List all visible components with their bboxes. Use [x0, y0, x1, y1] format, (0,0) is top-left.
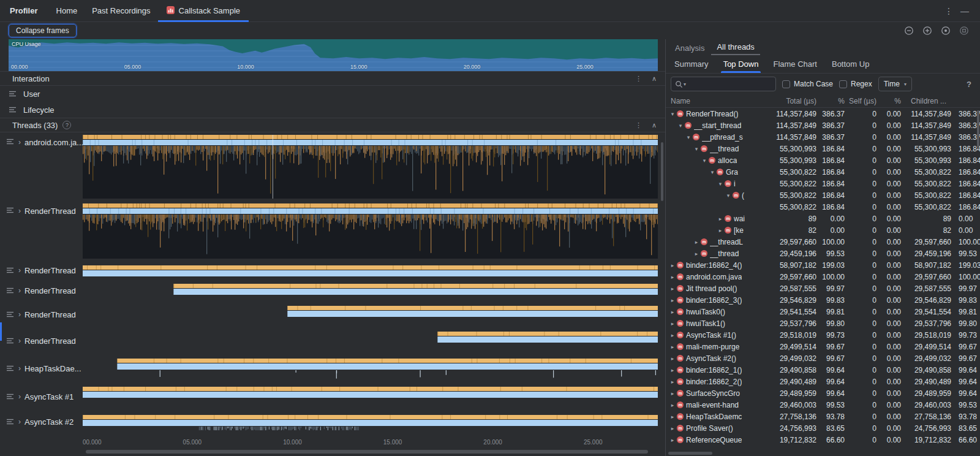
row-chevron-icon[interactable]: ▸ — [668, 309, 677, 315]
table-row[interactable]: ▸mbinder:16862_3()29,546,82999.8300.0029… — [666, 294, 980, 306]
row-chevron-icon[interactable]: ▾ — [684, 134, 693, 140]
table-row[interactable]: ▾m__pthread_s114,357,849386.3700.00114,3… — [666, 131, 980, 143]
row-chevron-icon[interactable]: ▾ — [716, 181, 725, 187]
interaction-collapse-icon[interactable]: ∧ — [652, 75, 657, 83]
tab-callstack-sample[interactable]: Callstack Sample — [158, 0, 249, 22]
reset-zoom-icon[interactable] — [941, 26, 951, 36]
thread-expand-chevron[interactable]: › — [18, 336, 21, 345]
row-chevron-icon[interactable]: ▸ — [692, 251, 701, 257]
table-row[interactable]: ▸mmali-event-hand29,460,00399.5300.0029,… — [666, 399, 980, 411]
row-chevron-icon[interactable]: ▾ — [668, 111, 677, 117]
table-header[interactable]: Name Total (µs) % Self (µs) % Children .… — [666, 94, 980, 108]
table-row[interactable]: ▸mSurfaceSyncGro29,489,95999.6400.0029,4… — [666, 387, 980, 399]
thread-track[interactable] — [83, 354, 658, 382]
row-chevron-icon[interactable]: ▾ — [700, 158, 709, 164]
match-case-box-icon[interactable] — [782, 80, 790, 88]
thread-track[interactable] — [83, 279, 658, 302]
thread-track[interactable] — [83, 411, 658, 433]
thread-row[interactable]: ›RenderThread — [0, 327, 665, 354]
analysis-tab-analysis[interactable]: Analysis — [669, 42, 710, 55]
thread-expand-chevron[interactable]: › — [18, 310, 21, 319]
table-vscroll-thumb[interactable] — [977, 110, 979, 148]
zoom-selection-icon[interactable] — [959, 26, 969, 36]
thread-label-cell[interactable]: ›AsyncTask #2 — [0, 411, 83, 433]
table-row[interactable]: ▾mi55,300,822186.8400.0055,300,822186.84 — [666, 178, 980, 189]
thread-track[interactable] — [83, 132, 658, 201]
match-case-checkbox[interactable]: Match Case — [782, 80, 833, 88]
subtab-bottom-up[interactable]: Bottom Up — [824, 55, 876, 73]
row-chevron-icon[interactable]: ▸ — [668, 286, 677, 292]
table-hscrollbar[interactable] — [666, 450, 980, 456]
filter-help-icon[interactable]: ? — [967, 80, 975, 89]
table-row[interactable]: ▾malloca55,300,993186.8400.0055,300,9931… — [666, 154, 980, 166]
thread-row[interactable]: ›AsyncTask #1 — [0, 382, 665, 411]
table-row[interactable]: ▸mAsyncTask #2()29,499,03299.6700.0029,4… — [666, 352, 980, 364]
interaction-kebab-icon[interactable]: ⋮ — [635, 75, 642, 83]
thread-row[interactable]: ›RenderThread — [0, 302, 665, 327]
thread-label-cell[interactable]: ›android.com.ja... — [0, 132, 83, 201]
table-row[interactable]: ▸mbinder:16862_4()58,907,182199.0300.005… — [666, 259, 980, 271]
table-row[interactable]: ▸mHeapTaskDaemc27,758,13693.7800.0027,75… — [666, 411, 980, 422]
table-hscroll-thumb[interactable] — [668, 452, 712, 455]
row-chevron-icon[interactable]: ▸ — [668, 437, 677, 443]
threads-help-icon[interactable]: ? — [62, 121, 71, 129]
subtab-flame-chart[interactable]: Flame Chart — [766, 55, 824, 73]
thread-track[interactable] — [83, 201, 658, 261]
threads-kebab-icon[interactable]: ⋮ — [635, 121, 642, 129]
regex-box-icon[interactable] — [839, 80, 847, 88]
threads-section-header[interactable]: Threads (33) ? ⋮ ∧ — [0, 118, 665, 132]
table-row[interactable]: ▸mmali-mem-purge29,499,51499.6700.0029,4… — [666, 341, 980, 352]
search-input[interactable] — [687, 80, 772, 88]
col-name[interactable]: Name — [666, 97, 771, 105]
thread-expand-chevron[interactable]: › — [18, 207, 21, 215]
table-row[interactable]: ▸mwai890.0000.00890.00 — [666, 213, 980, 224]
interaction-row[interactable]: User — [0, 86, 665, 102]
col-total[interactable]: Total (µs) — [771, 97, 820, 105]
thread-expand-chevron[interactable]: › — [18, 417, 21, 426]
row-chevron-icon[interactable]: ▸ — [668, 297, 677, 303]
table-row[interactable]: ▸m__threadL29,597,660100.0000.0029,597,6… — [666, 236, 980, 248]
timeline-hscrollbar[interactable] — [0, 448, 665, 456]
table-row[interactable]: ▸mbinder:16862_1()29,490,85899.6400.0029… — [666, 364, 980, 376]
row-chevron-icon[interactable]: ▸ — [668, 390, 677, 397]
thread-row[interactable]: ›RenderThread — [0, 201, 665, 261]
table-row[interactable]: ▾m(55,300,822186.8400.0055,300,822186.84 — [666, 189, 980, 201]
kebab-menu-icon[interactable]: ⋮ — [941, 6, 957, 16]
thread-label-cell[interactable]: ›HeapTaskDae... — [0, 354, 83, 382]
table-row[interactable]: ▸mhwuiTask1()29,537,79699.8000.0029,537,… — [666, 317, 980, 329]
row-chevron-icon[interactable]: ▸ — [668, 367, 677, 373]
timeline-hscroll-thumb[interactable] — [86, 450, 648, 454]
analysis-tab-all-threads[interactable]: All threads — [711, 40, 760, 55]
time-unit-dropdown[interactable]: Time ▾ — [878, 77, 912, 91]
thread-track[interactable] — [83, 261, 658, 279]
thread-track[interactable] — [83, 302, 658, 327]
table-row[interactable]: ▾m__thread55,300,993186.8400.0055,300,99… — [666, 143, 980, 154]
interaction-section-header[interactable]: Interaction ⋮ ∧ — [0, 71, 665, 86]
search-box[interactable]: ▾ — [671, 77, 776, 91]
cpu-chart[interactable]: CPU Usage 00.00005.00010.00015.00020.000… — [9, 39, 658, 71]
thread-label-cell[interactable]: ›RenderThread — [0, 279, 83, 302]
collapse-frames-button[interactable]: Collapse frames — [9, 24, 77, 37]
table-row[interactable]: ▾mGra55,300,822186.8400.0055,300,822186.… — [666, 166, 980, 178]
row-chevron-icon[interactable]: ▸ — [668, 321, 677, 327]
thread-expand-chevron[interactable]: › — [18, 364, 21, 373]
threads-collapse-icon[interactable]: ∧ — [652, 121, 657, 129]
thread-expand-chevron[interactable]: › — [18, 392, 21, 401]
thread-track[interactable] — [83, 327, 658, 354]
table-row[interactable]: 55,300,822186.8400.0055,300,822186.84 — [666, 201, 980, 213]
row-chevron-icon[interactable]: ▸ — [716, 216, 725, 222]
col-total-pct[interactable]: % — [820, 97, 848, 105]
threads-vscroll-thumb[interactable] — [661, 142, 663, 201]
table-row[interactable]: ▸mJit thread pool()29,587,55599.9700.002… — [666, 283, 980, 294]
table-row[interactable]: ▸m[ke820.0000.00820.00 — [666, 224, 980, 236]
row-chevron-icon[interactable]: ▸ — [668, 274, 677, 280]
subtab-top-down[interactable]: Top Down — [716, 55, 766, 73]
row-chevron-icon[interactable]: ▸ — [668, 425, 677, 431]
row-chevron-icon[interactable]: ▸ — [668, 402, 677, 408]
table-row[interactable]: ▸mReferenceQueue19,712,83266.6000.0019,7… — [666, 434, 980, 446]
interaction-row[interactable]: Lifecycle — [0, 102, 665, 118]
row-chevron-icon[interactable]: ▾ — [724, 192, 733, 199]
table-row[interactable]: ▸mhwuiTask0()29,541,55499.8100.0029,541,… — [666, 306, 980, 317]
thread-row[interactable]: ›AsyncTask #2 — [0, 411, 665, 433]
thread-row[interactable]: ›RenderThread — [0, 279, 665, 302]
